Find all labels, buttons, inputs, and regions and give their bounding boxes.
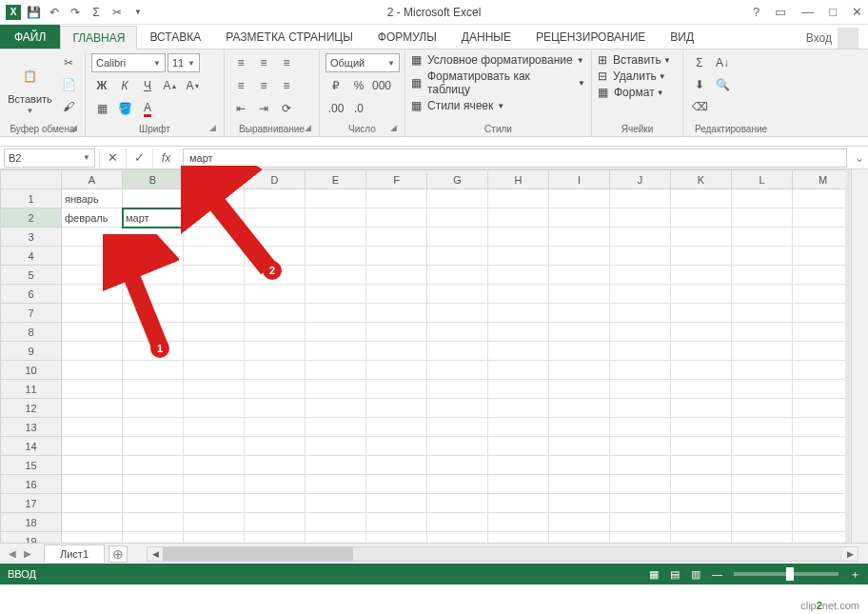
cell-D7[interactable] — [245, 304, 306, 323]
cell-E15[interactable] — [306, 456, 366, 475]
row-header-13[interactable]: 13 — [1, 418, 62, 437]
format-as-table-button[interactable]: ▦Форматировать как таблицу ▼ — [411, 69, 585, 96]
cell-A7[interactable] — [62, 304, 123, 323]
row-header-5[interactable]: 5 — [1, 266, 62, 285]
row-header-1[interactable]: 1 — [1, 189, 62, 208]
cell-E1[interactable] — [306, 189, 366, 208]
cell-E2[interactable] — [306, 208, 366, 228]
cell-J13[interactable] — [610, 418, 671, 437]
cell-J14[interactable] — [610, 437, 671, 456]
cell-H11[interactable] — [488, 380, 549, 399]
cell-C13[interactable] — [184, 418, 245, 437]
user-avatar-icon[interactable] — [838, 28, 858, 49]
cell-J5[interactable] — [610, 266, 671, 285]
cell-B14[interactable] — [123, 437, 184, 456]
cell-L3[interactable] — [732, 228, 793, 247]
cell-D16[interactable] — [245, 475, 306, 494]
cell-H1[interactable] — [488, 189, 549, 208]
cell-G4[interactable] — [427, 247, 488, 266]
cell-H14[interactable] — [488, 437, 549, 456]
cell-I16[interactable] — [549, 475, 610, 494]
fill-button[interactable]: ⬇ — [689, 75, 710, 94]
cell-D18[interactable] — [245, 513, 306, 532]
save-icon[interactable]: 💾 — [25, 4, 42, 21]
close-icon[interactable]: ✕ — [852, 5, 862, 19]
vertical-scrollbar[interactable] — [851, 169, 868, 543]
row-header-17[interactable]: 17 — [1, 494, 62, 513]
tab-view[interactable]: ВИД — [658, 25, 706, 49]
cell-M11[interactable] — [793, 380, 854, 399]
formula-input[interactable]: март — [183, 149, 847, 168]
cell-M8[interactable] — [793, 323, 854, 342]
cell-E10[interactable] — [306, 361, 366, 380]
cell-J3[interactable] — [610, 228, 671, 247]
zoom-out-icon[interactable]: ― — [712, 568, 722, 580]
cell-A11[interactable] — [62, 380, 123, 399]
decrease-indent-button[interactable]: ⇤ — [230, 99, 251, 118]
cut-button[interactable]: ✂ — [58, 53, 79, 72]
align-middle-button[interactable]: ≡ — [253, 53, 274, 72]
cell-A15[interactable] — [62, 456, 123, 475]
cell-H7[interactable] — [488, 304, 549, 323]
cell-G16[interactable] — [427, 475, 488, 494]
cell-K5[interactable] — [671, 266, 732, 285]
cell-G14[interactable] — [427, 437, 488, 456]
cell-F11[interactable] — [366, 380, 427, 399]
cell-L13[interactable] — [732, 418, 793, 437]
cell-F16[interactable] — [366, 475, 427, 494]
row-header-12[interactable]: 12 — [1, 399, 62, 418]
cell-K18[interactable] — [671, 513, 732, 532]
tab-file[interactable]: ФАЙЛ — [0, 25, 60, 49]
cell-G17[interactable] — [427, 494, 488, 513]
cell-E7[interactable] — [306, 304, 366, 323]
cell-I9[interactable] — [549, 342, 610, 361]
cell-K1[interactable] — [671, 189, 732, 208]
align-bottom-button[interactable]: ≡ — [276, 53, 297, 72]
cell-D6[interactable] — [245, 285, 306, 304]
column-header-F[interactable]: F — [366, 170, 427, 189]
format-cells-button[interactable]: ▦Формат ▼ — [598, 86, 677, 99]
cell-C14[interactable] — [184, 437, 245, 456]
cell-B13[interactable] — [123, 418, 184, 437]
scroll-right-icon[interactable]: ▶ — [842, 547, 858, 561]
cell-I10[interactable] — [549, 361, 610, 380]
cell-G13[interactable] — [427, 418, 488, 437]
cell-J2[interactable] — [610, 208, 671, 228]
cell-M14[interactable] — [793, 437, 854, 456]
cell-I3[interactable] — [549, 228, 610, 247]
row-header-16[interactable]: 16 — [1, 475, 62, 494]
column-header-B[interactable]: B — [123, 170, 184, 189]
cell-F10[interactable] — [366, 361, 427, 380]
cell-E8[interactable] — [306, 323, 366, 342]
cell-B2[interactable]: март — [123, 208, 184, 228]
cell-G18[interactable] — [427, 513, 488, 532]
cell-K3[interactable] — [671, 228, 732, 247]
cell-M3[interactable] — [793, 228, 854, 247]
redo-icon[interactable]: ↷ — [67, 4, 84, 21]
cell-M1[interactable] — [793, 189, 854, 208]
cell-G9[interactable] — [427, 342, 488, 361]
cell-D9[interactable] — [245, 342, 306, 361]
align-left-button[interactable]: ≡ — [230, 76, 251, 95]
cell-E14[interactable] — [306, 437, 366, 456]
cell-F3[interactable] — [366, 228, 427, 247]
cell-K16[interactable] — [671, 475, 732, 494]
cell-J16[interactable] — [610, 475, 671, 494]
column-header-G[interactable]: G — [427, 170, 488, 189]
cell-H16[interactable] — [488, 475, 549, 494]
cell-A8[interactable] — [62, 323, 123, 342]
cell-C6[interactable] — [184, 285, 245, 304]
cell-A2[interactable]: февраль — [62, 208, 123, 228]
cell-L17[interactable] — [732, 494, 793, 513]
cell-D8[interactable] — [245, 323, 306, 342]
cell-B8[interactable] — [123, 323, 184, 342]
cell-H8[interactable] — [488, 323, 549, 342]
cell-L6[interactable] — [732, 285, 793, 304]
cell-B15[interactable] — [123, 456, 184, 475]
cell-B17[interactable] — [123, 494, 184, 513]
qat-customize-icon[interactable]: ▼ — [129, 4, 147, 21]
cell-E17[interactable] — [306, 494, 366, 513]
cell-H12[interactable] — [488, 399, 549, 418]
cell-I2[interactable] — [549, 208, 610, 228]
select-all-corner[interactable] — [1, 170, 62, 189]
